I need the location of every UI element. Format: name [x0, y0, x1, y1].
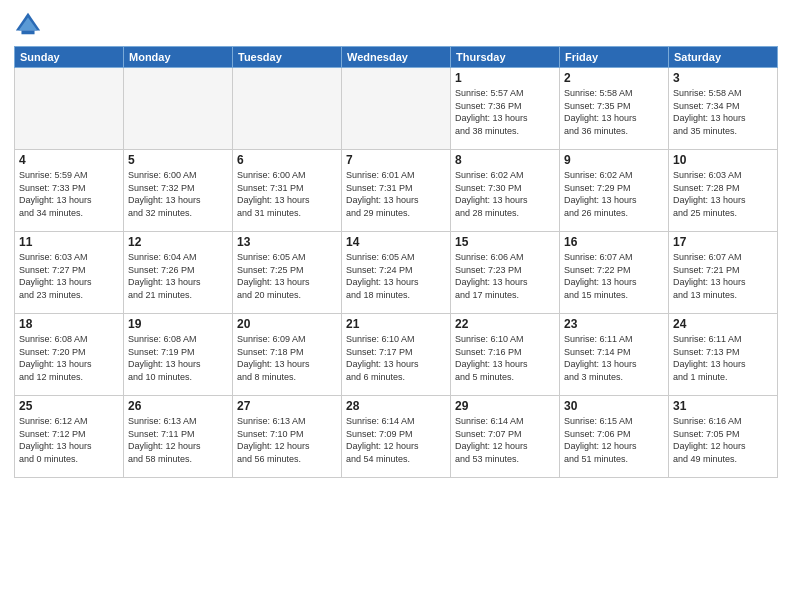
week-row-1: 1Sunrise: 5:57 AM Sunset: 7:36 PM Daylig…: [15, 68, 778, 150]
cell-info: Sunrise: 6:02 AM Sunset: 7:30 PM Dayligh…: [455, 169, 555, 219]
cell-info: Sunrise: 5:58 AM Sunset: 7:35 PM Dayligh…: [564, 87, 664, 137]
cell-info: Sunrise: 6:03 AM Sunset: 7:28 PM Dayligh…: [673, 169, 773, 219]
week-row-3: 11Sunrise: 6:03 AM Sunset: 7:27 PM Dayli…: [15, 232, 778, 314]
day-number: 11: [19, 235, 119, 249]
day-number: 13: [237, 235, 337, 249]
day-cell: 30Sunrise: 6:15 AM Sunset: 7:06 PM Dayli…: [560, 396, 669, 478]
cell-info: Sunrise: 6:05 AM Sunset: 7:25 PM Dayligh…: [237, 251, 337, 301]
day-number: 23: [564, 317, 664, 331]
weekday-header-friday: Friday: [560, 47, 669, 68]
day-number: 25: [19, 399, 119, 413]
cell-info: Sunrise: 6:01 AM Sunset: 7:31 PM Dayligh…: [346, 169, 446, 219]
cell-info: Sunrise: 5:58 AM Sunset: 7:34 PM Dayligh…: [673, 87, 773, 137]
cell-info: Sunrise: 6:08 AM Sunset: 7:19 PM Dayligh…: [128, 333, 228, 383]
cell-info: Sunrise: 6:14 AM Sunset: 7:09 PM Dayligh…: [346, 415, 446, 465]
weekday-header-saturday: Saturday: [669, 47, 778, 68]
day-number: 18: [19, 317, 119, 331]
cell-info: Sunrise: 6:02 AM Sunset: 7:29 PM Dayligh…: [564, 169, 664, 219]
day-cell: 17Sunrise: 6:07 AM Sunset: 7:21 PM Dayli…: [669, 232, 778, 314]
day-number: 27: [237, 399, 337, 413]
day-number: 9: [564, 153, 664, 167]
day-cell: 25Sunrise: 6:12 AM Sunset: 7:12 PM Dayli…: [15, 396, 124, 478]
day-number: 19: [128, 317, 228, 331]
cell-info: Sunrise: 6:11 AM Sunset: 7:13 PM Dayligh…: [673, 333, 773, 383]
day-cell: 3Sunrise: 5:58 AM Sunset: 7:34 PM Daylig…: [669, 68, 778, 150]
day-number: 28: [346, 399, 446, 413]
cell-info: Sunrise: 6:10 AM Sunset: 7:16 PM Dayligh…: [455, 333, 555, 383]
day-cell: 7Sunrise: 6:01 AM Sunset: 7:31 PM Daylig…: [342, 150, 451, 232]
day-cell: 29Sunrise: 6:14 AM Sunset: 7:07 PM Dayli…: [451, 396, 560, 478]
cell-info: Sunrise: 6:15 AM Sunset: 7:06 PM Dayligh…: [564, 415, 664, 465]
day-cell: 16Sunrise: 6:07 AM Sunset: 7:22 PM Dayli…: [560, 232, 669, 314]
cell-info: Sunrise: 6:06 AM Sunset: 7:23 PM Dayligh…: [455, 251, 555, 301]
day-cell: 31Sunrise: 6:16 AM Sunset: 7:05 PM Dayli…: [669, 396, 778, 478]
day-number: 21: [346, 317, 446, 331]
day-number: 26: [128, 399, 228, 413]
day-cell: [233, 68, 342, 150]
day-cell: 9Sunrise: 6:02 AM Sunset: 7:29 PM Daylig…: [560, 150, 669, 232]
cell-info: Sunrise: 5:57 AM Sunset: 7:36 PM Dayligh…: [455, 87, 555, 137]
day-cell: 20Sunrise: 6:09 AM Sunset: 7:18 PM Dayli…: [233, 314, 342, 396]
weekday-header-tuesday: Tuesday: [233, 47, 342, 68]
header: [14, 10, 778, 38]
day-number: 29: [455, 399, 555, 413]
day-cell: 1Sunrise: 5:57 AM Sunset: 7:36 PM Daylig…: [451, 68, 560, 150]
day-number: 14: [346, 235, 446, 249]
day-cell: 2Sunrise: 5:58 AM Sunset: 7:35 PM Daylig…: [560, 68, 669, 150]
day-cell: 24Sunrise: 6:11 AM Sunset: 7:13 PM Dayli…: [669, 314, 778, 396]
logo: [14, 10, 46, 38]
day-number: 5: [128, 153, 228, 167]
day-cell: 27Sunrise: 6:13 AM Sunset: 7:10 PM Dayli…: [233, 396, 342, 478]
day-number: 17: [673, 235, 773, 249]
day-number: 20: [237, 317, 337, 331]
weekday-header-wednesday: Wednesday: [342, 47, 451, 68]
day-number: 10: [673, 153, 773, 167]
week-row-4: 18Sunrise: 6:08 AM Sunset: 7:20 PM Dayli…: [15, 314, 778, 396]
logo-icon: [14, 10, 42, 38]
cell-info: Sunrise: 6:08 AM Sunset: 7:20 PM Dayligh…: [19, 333, 119, 383]
day-cell: 26Sunrise: 6:13 AM Sunset: 7:11 PM Dayli…: [124, 396, 233, 478]
day-number: 4: [19, 153, 119, 167]
page-container: SundayMondayTuesdayWednesdayThursdayFrid…: [0, 0, 792, 484]
day-cell: 10Sunrise: 6:03 AM Sunset: 7:28 PM Dayli…: [669, 150, 778, 232]
day-cell: 5Sunrise: 6:00 AM Sunset: 7:32 PM Daylig…: [124, 150, 233, 232]
cell-info: Sunrise: 6:07 AM Sunset: 7:21 PM Dayligh…: [673, 251, 773, 301]
day-cell: 22Sunrise: 6:10 AM Sunset: 7:16 PM Dayli…: [451, 314, 560, 396]
cell-info: Sunrise: 6:03 AM Sunset: 7:27 PM Dayligh…: [19, 251, 119, 301]
calendar-table: SundayMondayTuesdayWednesdayThursdayFrid…: [14, 46, 778, 478]
day-cell: 4Sunrise: 5:59 AM Sunset: 7:33 PM Daylig…: [15, 150, 124, 232]
day-cell: 21Sunrise: 6:10 AM Sunset: 7:17 PM Dayli…: [342, 314, 451, 396]
cell-info: Sunrise: 6:00 AM Sunset: 7:31 PM Dayligh…: [237, 169, 337, 219]
cell-info: Sunrise: 6:09 AM Sunset: 7:18 PM Dayligh…: [237, 333, 337, 383]
day-cell: 8Sunrise: 6:02 AM Sunset: 7:30 PM Daylig…: [451, 150, 560, 232]
cell-info: Sunrise: 6:07 AM Sunset: 7:22 PM Dayligh…: [564, 251, 664, 301]
day-cell: 6Sunrise: 6:00 AM Sunset: 7:31 PM Daylig…: [233, 150, 342, 232]
day-cell: 14Sunrise: 6:05 AM Sunset: 7:24 PM Dayli…: [342, 232, 451, 314]
day-cell: 12Sunrise: 6:04 AM Sunset: 7:26 PM Dayli…: [124, 232, 233, 314]
day-number: 22: [455, 317, 555, 331]
day-cell: [15, 68, 124, 150]
weekday-header-sunday: Sunday: [15, 47, 124, 68]
day-cell: 15Sunrise: 6:06 AM Sunset: 7:23 PM Dayli…: [451, 232, 560, 314]
cell-info: Sunrise: 6:00 AM Sunset: 7:32 PM Dayligh…: [128, 169, 228, 219]
cell-info: Sunrise: 6:13 AM Sunset: 7:11 PM Dayligh…: [128, 415, 228, 465]
day-number: 16: [564, 235, 664, 249]
cell-info: Sunrise: 6:05 AM Sunset: 7:24 PM Dayligh…: [346, 251, 446, 301]
weekday-header-monday: Monday: [124, 47, 233, 68]
day-number: 7: [346, 153, 446, 167]
day-number: 15: [455, 235, 555, 249]
day-cell: 11Sunrise: 6:03 AM Sunset: 7:27 PM Dayli…: [15, 232, 124, 314]
day-number: 3: [673, 71, 773, 85]
day-number: 6: [237, 153, 337, 167]
day-cell: 19Sunrise: 6:08 AM Sunset: 7:19 PM Dayli…: [124, 314, 233, 396]
svg-rect-2: [21, 31, 34, 35]
cell-info: Sunrise: 6:04 AM Sunset: 7:26 PM Dayligh…: [128, 251, 228, 301]
day-number: 31: [673, 399, 773, 413]
day-cell: [124, 68, 233, 150]
week-row-2: 4Sunrise: 5:59 AM Sunset: 7:33 PM Daylig…: [15, 150, 778, 232]
cell-info: Sunrise: 6:12 AM Sunset: 7:12 PM Dayligh…: [19, 415, 119, 465]
day-cell: [342, 68, 451, 150]
day-number: 24: [673, 317, 773, 331]
week-row-5: 25Sunrise: 6:12 AM Sunset: 7:12 PM Dayli…: [15, 396, 778, 478]
cell-info: Sunrise: 6:16 AM Sunset: 7:05 PM Dayligh…: [673, 415, 773, 465]
